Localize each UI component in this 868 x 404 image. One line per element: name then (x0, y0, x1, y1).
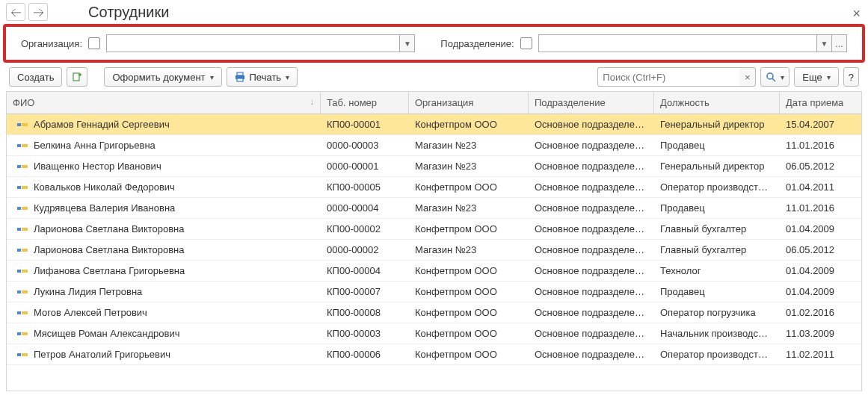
grid-body: Абрамов Геннадий СергеевичКП00-00001Конф… (7, 114, 861, 391)
sort-asc-icon: ↓ (310, 97, 315, 106)
col-org[interactable]: Организация (409, 92, 529, 114)
pod-select-input[interactable] (538, 34, 817, 52)
search-icon (766, 72, 776, 82)
pod-select-dropdown[interactable]: ▼ (817, 34, 832, 52)
cell-dol: Оператор производст… (654, 181, 780, 193)
table-row[interactable]: Мясищев Роман АлександровичКП00-00003Кон… (7, 323, 861, 344)
chevron-down-icon: ▾ (210, 73, 214, 81)
help-button[interactable]: ? (843, 67, 859, 87)
cell-pod: Основное подразделе… (529, 140, 654, 151)
fio-text: Мясищев Роман Александрович (34, 328, 179, 339)
cell-date: 11.01.2016 (780, 202, 855, 214)
svg-point-6 (767, 73, 773, 79)
cell-fio: Ларионова Светлана Викторовна (7, 223, 321, 234)
cell-tab: КП00-00004 (321, 265, 409, 276)
col-tab[interactable]: Таб. номер (321, 92, 409, 114)
create-button[interactable]: Создать (9, 67, 62, 87)
table-row[interactable]: Могов Алексей ПетровичКП00-00008Конфетпр… (7, 302, 861, 323)
cell-dol: Генеральный директор (654, 161, 780, 172)
search-button[interactable]: ▾ (760, 67, 789, 87)
filter-bar: Организация: ▼ Подразделение: ▼ ... (3, 24, 865, 63)
search-clear-button[interactable]: × (739, 67, 756, 87)
table-row[interactable]: Лукина Лидия ПетровнаКП00-00007Конфетпро… (7, 282, 861, 302)
employees-grid: ФИО ↓ Таб. номер Организация Подразделен… (6, 91, 862, 391)
table-row[interactable]: Ковальков Николай ФедоровичКП00-00005Кон… (7, 177, 861, 198)
close-icon: × (745, 72, 751, 83)
arrow-left-icon: 🡠 (10, 6, 22, 19)
svg-rect-0 (73, 73, 79, 81)
fio-text: Белкина Анна Григорьевна (34, 140, 156, 151)
table-row[interactable]: Кудрявцева Валерия Ивановна0000-00004Маг… (7, 198, 861, 219)
cell-date: 06.05.2012 (780, 161, 855, 172)
cell-org: Конфетпром ООО (409, 265, 529, 276)
more-button[interactable]: Еще ▾ (794, 67, 838, 87)
cell-org: Магазин №23 (409, 202, 529, 214)
cell-org: Конфетпром ООО (409, 349, 529, 360)
col-fio[interactable]: ФИО ↓ (7, 92, 321, 114)
cell-tab: КП00-00001 (321, 119, 409, 130)
cell-tab: КП00-00006 (321, 349, 409, 360)
fio-text: Петров Анатолий Григорьевич (34, 349, 170, 360)
org-select-input[interactable] (106, 34, 400, 52)
cell-tab: КП00-00003 (321, 328, 409, 339)
cell-fio: Белкина Анна Григорьевна (7, 140, 321, 151)
chevron-down-icon: ▼ (821, 40, 828, 48)
cell-tab: КП00-00002 (321, 223, 409, 234)
cell-fio: Лифанова Светлана Григорьевна (7, 265, 321, 276)
cell-date: 01.04.2011 (780, 181, 855, 193)
employee-icon (17, 249, 28, 252)
org-label: Организация: (21, 38, 82, 49)
document-button[interactable]: Оформить документ ▾ (104, 67, 221, 87)
cell-dol: Продавец (654, 286, 780, 297)
org-checkbox[interactable] (88, 37, 100, 49)
cell-org: Магазин №23 (409, 140, 529, 151)
employee-icon (17, 270, 28, 273)
cell-tab: КП00-00007 (321, 286, 409, 297)
cell-fio: Ковальков Николай Федорович (7, 181, 321, 193)
col-date[interactable]: Дата приема (780, 92, 855, 114)
cell-pod: Основное подразделе… (529, 244, 654, 255)
cell-fio: Могов Алексей Петрович (7, 307, 321, 318)
cell-dol: Продавец (654, 140, 780, 151)
more-label: Еще (802, 72, 822, 83)
toolbar: Создать Оформить документ ▾ Печать ▾ × ▾… (0, 67, 868, 91)
table-row[interactable]: Лифанова Светлана ГригорьевнаКП00-00004К… (7, 261, 861, 282)
table-row[interactable]: Иващенко Нестор Иванович0000-00001Магази… (7, 156, 861, 177)
table-row[interactable]: Петров Анатолий ГригорьевичКП00-00006Кон… (7, 344, 861, 365)
cell-date: 01.04.2009 (780, 223, 855, 234)
cell-dol: Главный бухгалтер (654, 244, 780, 255)
pod-checkbox[interactable] (520, 37, 532, 49)
help-icon: ? (849, 72, 854, 83)
cell-pod: Основное подразделе… (529, 307, 654, 318)
search-input[interactable] (597, 67, 739, 87)
employee-icon (17, 311, 28, 314)
table-row[interactable]: Ларионова Светлана Викторовна0000-00002М… (7, 240, 861, 261)
cell-date: 01.02.2016 (780, 307, 855, 318)
print-button[interactable]: Печать ▾ (227, 67, 298, 87)
close-button[interactable]: × (852, 6, 861, 22)
cell-dol: Оператор погрузчика (654, 307, 780, 318)
table-row[interactable]: Ларионова Светлана ВикторовнаКП00-00002К… (7, 219, 861, 240)
cell-pod: Основное подразделе… (529, 286, 654, 297)
table-row[interactable]: Белкина Анна Григорьевна0000-00003Магази… (7, 135, 861, 156)
cell-pod: Основное подразделе… (529, 328, 654, 339)
employee-icon (17, 186, 28, 189)
copy-button[interactable] (67, 67, 87, 87)
forward-button[interactable]: 🡢 (28, 3, 48, 21)
svg-rect-5 (237, 78, 243, 81)
cell-pod: Основное подразделе… (529, 223, 654, 234)
arrow-right-icon: 🡢 (33, 6, 44, 19)
org-select-dropdown[interactable]: ▼ (400, 34, 415, 52)
cell-fio: Петров Анатолий Григорьевич (7, 349, 321, 360)
copy-plus-icon (72, 72, 82, 82)
back-button[interactable]: 🡠 (6, 3, 25, 21)
pod-select-more[interactable]: ... (832, 34, 847, 52)
employee-icon (17, 228, 28, 231)
cell-date: 01.04.2009 (780, 265, 855, 276)
fio-text: Иващенко Нестор Иванович (34, 161, 161, 172)
table-row[interactable]: Абрамов Геннадий СергеевичКП00-00001Конф… (7, 114, 861, 135)
svg-line-7 (772, 78, 775, 81)
cell-tab: КП00-00005 (321, 181, 409, 193)
col-pod[interactable]: Подразделение (529, 92, 654, 114)
col-dol[interactable]: Должность (654, 92, 780, 114)
